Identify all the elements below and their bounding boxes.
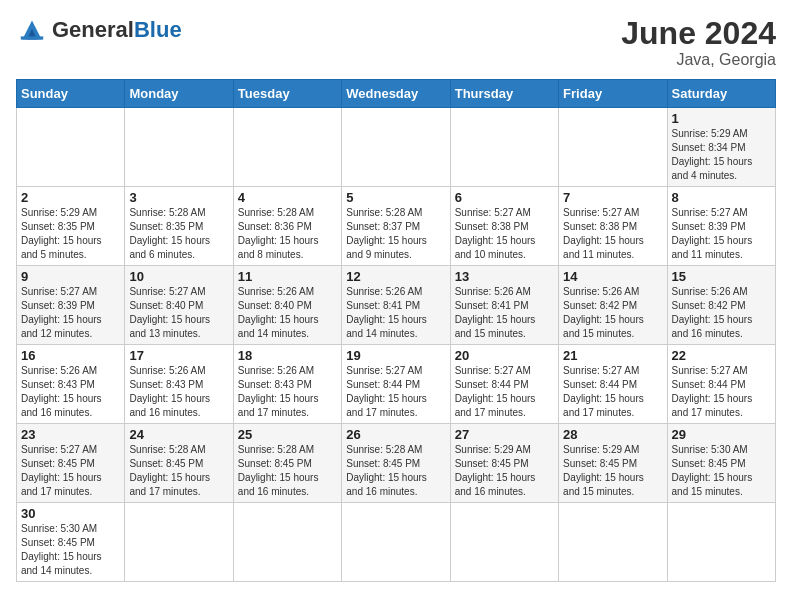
day-number: 5: [346, 190, 445, 205]
col-sunday: Sunday: [17, 80, 125, 108]
col-friday: Friday: [559, 80, 667, 108]
table-row: 5Sunrise: 5:28 AM Sunset: 8:37 PM Daylig…: [342, 187, 450, 266]
table-row: [125, 108, 233, 187]
table-row: 9Sunrise: 5:27 AM Sunset: 8:39 PM Daylig…: [17, 266, 125, 345]
calendar-week-row: 9Sunrise: 5:27 AM Sunset: 8:39 PM Daylig…: [17, 266, 776, 345]
day-info: Sunrise: 5:26 AM Sunset: 8:41 PM Dayligh…: [455, 285, 554, 341]
day-info: Sunrise: 5:30 AM Sunset: 8:45 PM Dayligh…: [672, 443, 771, 499]
table-row: [342, 108, 450, 187]
table-row: 30Sunrise: 5:30 AM Sunset: 8:45 PM Dayli…: [17, 503, 125, 582]
page-header: GeneralBlue June 2024 Java, Georgia: [16, 16, 776, 69]
table-row: 27Sunrise: 5:29 AM Sunset: 8:45 PM Dayli…: [450, 424, 558, 503]
table-row: 21Sunrise: 5:27 AM Sunset: 8:44 PM Dayli…: [559, 345, 667, 424]
day-info: Sunrise: 5:27 AM Sunset: 8:39 PM Dayligh…: [21, 285, 120, 341]
table-row: 26Sunrise: 5:28 AM Sunset: 8:45 PM Dayli…: [342, 424, 450, 503]
day-number: 16: [21, 348, 120, 363]
table-row: 25Sunrise: 5:28 AM Sunset: 8:45 PM Dayli…: [233, 424, 341, 503]
table-row: 24Sunrise: 5:28 AM Sunset: 8:45 PM Dayli…: [125, 424, 233, 503]
month-title: June 2024: [621, 16, 776, 51]
table-row: 7Sunrise: 5:27 AM Sunset: 8:38 PM Daylig…: [559, 187, 667, 266]
day-info: Sunrise: 5:27 AM Sunset: 8:44 PM Dayligh…: [455, 364, 554, 420]
table-row: 20Sunrise: 5:27 AM Sunset: 8:44 PM Dayli…: [450, 345, 558, 424]
day-info: Sunrise: 5:27 AM Sunset: 8:40 PM Dayligh…: [129, 285, 228, 341]
table-row: [125, 503, 233, 582]
day-number: 2: [21, 190, 120, 205]
day-info: Sunrise: 5:27 AM Sunset: 8:38 PM Dayligh…: [455, 206, 554, 262]
col-monday: Monday: [125, 80, 233, 108]
day-info: Sunrise: 5:29 AM Sunset: 8:35 PM Dayligh…: [21, 206, 120, 262]
logo: GeneralBlue: [16, 16, 182, 44]
table-row: 23Sunrise: 5:27 AM Sunset: 8:45 PM Dayli…: [17, 424, 125, 503]
day-info: Sunrise: 5:26 AM Sunset: 8:42 PM Dayligh…: [672, 285, 771, 341]
day-info: Sunrise: 5:26 AM Sunset: 8:40 PM Dayligh…: [238, 285, 337, 341]
table-row: [342, 503, 450, 582]
col-tuesday: Tuesday: [233, 80, 341, 108]
day-number: 27: [455, 427, 554, 442]
table-row: 10Sunrise: 5:27 AM Sunset: 8:40 PM Dayli…: [125, 266, 233, 345]
day-info: Sunrise: 5:26 AM Sunset: 8:43 PM Dayligh…: [21, 364, 120, 420]
day-info: Sunrise: 5:30 AM Sunset: 8:45 PM Dayligh…: [21, 522, 120, 578]
day-number: 29: [672, 427, 771, 442]
col-thursday: Thursday: [450, 80, 558, 108]
table-row: [667, 503, 775, 582]
day-number: 8: [672, 190, 771, 205]
table-row: 4Sunrise: 5:28 AM Sunset: 8:36 PM Daylig…: [233, 187, 341, 266]
day-info: Sunrise: 5:28 AM Sunset: 8:45 PM Dayligh…: [238, 443, 337, 499]
day-number: 25: [238, 427, 337, 442]
logo-text: GeneralBlue: [52, 19, 182, 41]
day-info: Sunrise: 5:27 AM Sunset: 8:39 PM Dayligh…: [672, 206, 771, 262]
table-row: 18Sunrise: 5:26 AM Sunset: 8:43 PM Dayli…: [233, 345, 341, 424]
table-row: 6Sunrise: 5:27 AM Sunset: 8:38 PM Daylig…: [450, 187, 558, 266]
title-area: June 2024 Java, Georgia: [621, 16, 776, 69]
calendar-week-row: 1Sunrise: 5:29 AM Sunset: 8:34 PM Daylig…: [17, 108, 776, 187]
table-row: 13Sunrise: 5:26 AM Sunset: 8:41 PM Dayli…: [450, 266, 558, 345]
table-row: 16Sunrise: 5:26 AM Sunset: 8:43 PM Dayli…: [17, 345, 125, 424]
day-number: 30: [21, 506, 120, 521]
table-row: 15Sunrise: 5:26 AM Sunset: 8:42 PM Dayli…: [667, 266, 775, 345]
day-number: 4: [238, 190, 337, 205]
day-number: 9: [21, 269, 120, 284]
day-info: Sunrise: 5:27 AM Sunset: 8:38 PM Dayligh…: [563, 206, 662, 262]
day-number: 12: [346, 269, 445, 284]
table-row: 19Sunrise: 5:27 AM Sunset: 8:44 PM Dayli…: [342, 345, 450, 424]
calendar-table: Sunday Monday Tuesday Wednesday Thursday…: [16, 79, 776, 582]
table-row: 14Sunrise: 5:26 AM Sunset: 8:42 PM Dayli…: [559, 266, 667, 345]
table-row: 29Sunrise: 5:30 AM Sunset: 8:45 PM Dayli…: [667, 424, 775, 503]
table-row: [450, 108, 558, 187]
day-number: 24: [129, 427, 228, 442]
col-wednesday: Wednesday: [342, 80, 450, 108]
table-row: 2Sunrise: 5:29 AM Sunset: 8:35 PM Daylig…: [17, 187, 125, 266]
table-row: 28Sunrise: 5:29 AM Sunset: 8:45 PM Dayli…: [559, 424, 667, 503]
svg-rect-2: [21, 36, 43, 39]
day-info: Sunrise: 5:26 AM Sunset: 8:43 PM Dayligh…: [129, 364, 228, 420]
col-saturday: Saturday: [667, 80, 775, 108]
day-number: 20: [455, 348, 554, 363]
day-info: Sunrise: 5:28 AM Sunset: 8:35 PM Dayligh…: [129, 206, 228, 262]
calendar-week-row: 16Sunrise: 5:26 AM Sunset: 8:43 PM Dayli…: [17, 345, 776, 424]
day-info: Sunrise: 5:28 AM Sunset: 8:36 PM Dayligh…: [238, 206, 337, 262]
day-info: Sunrise: 5:29 AM Sunset: 8:34 PM Dayligh…: [672, 127, 771, 183]
day-number: 10: [129, 269, 228, 284]
table-row: [559, 108, 667, 187]
table-row: 3Sunrise: 5:28 AM Sunset: 8:35 PM Daylig…: [125, 187, 233, 266]
day-number: 1: [672, 111, 771, 126]
day-number: 7: [563, 190, 662, 205]
day-number: 22: [672, 348, 771, 363]
table-row: [559, 503, 667, 582]
day-info: Sunrise: 5:26 AM Sunset: 8:43 PM Dayligh…: [238, 364, 337, 420]
table-row: 8Sunrise: 5:27 AM Sunset: 8:39 PM Daylig…: [667, 187, 775, 266]
day-info: Sunrise: 5:29 AM Sunset: 8:45 PM Dayligh…: [563, 443, 662, 499]
day-info: Sunrise: 5:26 AM Sunset: 8:42 PM Dayligh…: [563, 285, 662, 341]
table-row: 1Sunrise: 5:29 AM Sunset: 8:34 PM Daylig…: [667, 108, 775, 187]
day-number: 18: [238, 348, 337, 363]
day-number: 3: [129, 190, 228, 205]
table-row: 11Sunrise: 5:26 AM Sunset: 8:40 PM Dayli…: [233, 266, 341, 345]
day-info: Sunrise: 5:29 AM Sunset: 8:45 PM Dayligh…: [455, 443, 554, 499]
day-number: 13: [455, 269, 554, 284]
day-number: 19: [346, 348, 445, 363]
day-info: Sunrise: 5:27 AM Sunset: 8:44 PM Dayligh…: [672, 364, 771, 420]
table-row: [450, 503, 558, 582]
day-info: Sunrise: 5:27 AM Sunset: 8:44 PM Dayligh…: [346, 364, 445, 420]
day-number: 23: [21, 427, 120, 442]
day-info: Sunrise: 5:26 AM Sunset: 8:41 PM Dayligh…: [346, 285, 445, 341]
